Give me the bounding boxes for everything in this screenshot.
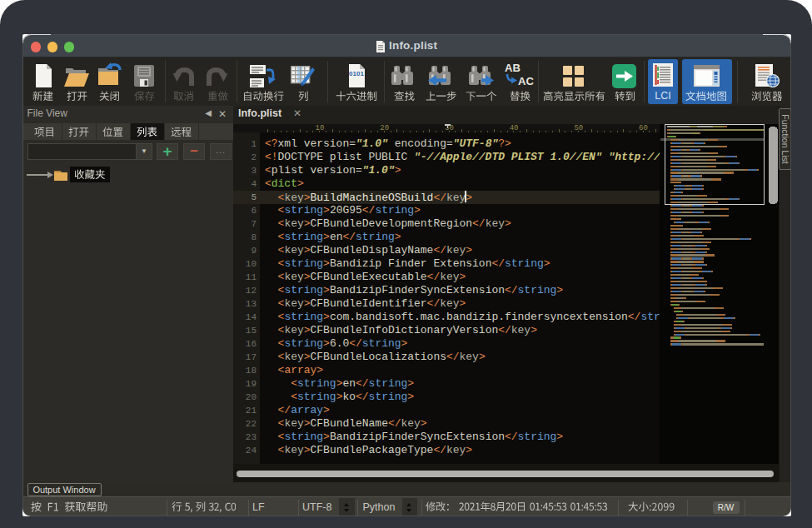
svg-text:AC: AC	[518, 75, 534, 87]
svg-text:AB: AB	[505, 62, 521, 74]
svg-text:0101: 0101	[349, 70, 364, 77]
